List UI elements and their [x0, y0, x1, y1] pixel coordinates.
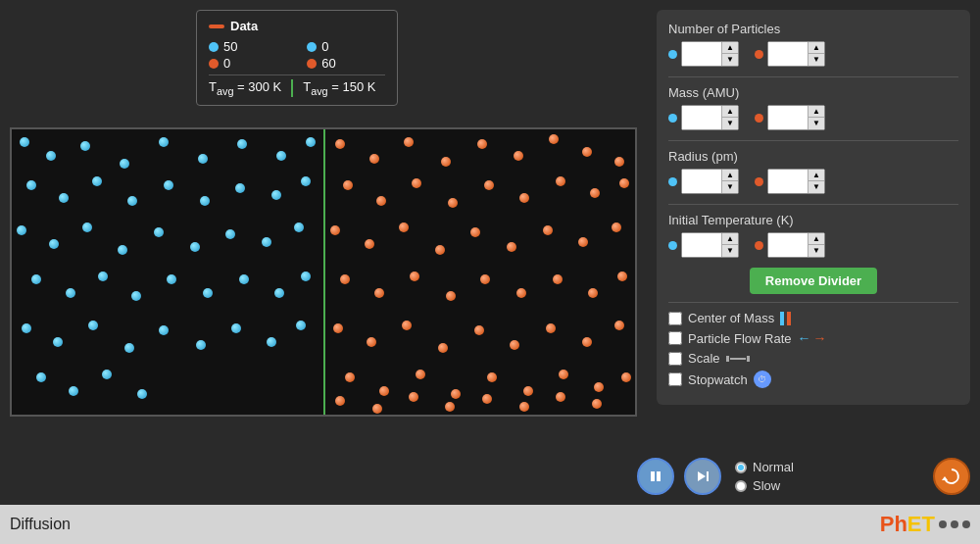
orange-mass-up[interactable]: ▲ — [808, 106, 824, 118]
orange-radius-up[interactable]: ▲ — [808, 170, 824, 181]
right-panel: Number of Particles 50 ▲ ▼ 60 ▲ — [657, 10, 970, 405]
cyan-particles-input-wrap[interactable]: 50 ▲ ▼ — [681, 41, 739, 67]
orange-mass-spinner[interactable]: ▲ ▼ — [808, 106, 824, 129]
orange-temp-spinner[interactable]: ▲ ▼ — [808, 233, 824, 257]
orange-particle — [448, 198, 458, 208]
checkbox-section: Center of Mass Particle Flow Rate ← → Sc… — [668, 311, 958, 388]
orange-mass-down[interactable]: ▼ — [808, 118, 824, 129]
legend-temps: Tavg = 300 K Tavg = 150 K — [209, 74, 385, 97]
cyan-radius-up[interactable]: ▲ — [722, 170, 738, 181]
cyan-dot-right-icon — [307, 42, 317, 52]
phet-dot3-icon — [962, 520, 970, 528]
cyan-particle — [159, 325, 169, 335]
cyan-particle — [271, 190, 281, 200]
orange-mass-input-wrap[interactable]: 28 ▲ ▼ — [767, 105, 825, 130]
particle-flow-rate-checkbox[interactable] — [668, 331, 682, 345]
cyan-mass-down[interactable]: ▼ — [722, 118, 738, 129]
phet-dot2-icon — [951, 520, 958, 528]
speed-normal-radio[interactable] — [735, 462, 747, 473]
cyan-particles-input[interactable]: 50 — [682, 42, 721, 66]
orange-radius-spinner[interactable]: ▲ ▼ — [808, 170, 824, 193]
cyan-radius-down[interactable]: ▼ — [722, 181, 738, 193]
cyan-particle — [306, 137, 316, 147]
speed-normal-label: Normal — [753, 460, 794, 474]
orange-radius-down[interactable]: ▼ — [808, 181, 824, 193]
orange-particle — [446, 291, 456, 301]
cyan-particles-down[interactable]: ▼ — [722, 54, 738, 66]
speed-slow-radio[interactable] — [735, 480, 747, 492]
orange-particles-down[interactable]: ▼ — [808, 54, 824, 66]
cyan-particle — [31, 274, 41, 284]
speed-normal-option[interactable]: Normal — [735, 460, 794, 474]
orange-particle — [410, 272, 419, 281]
cyan-temp-group: 300 ▲ ▼ — [668, 232, 739, 258]
cyan-particle — [102, 370, 112, 379]
orange-temp-input[interactable]: 150 — [768, 233, 808, 257]
orange-particle — [404, 137, 414, 147]
center-of-mass-indicator — [780, 312, 791, 325]
cyan-mass-input[interactable]: 28 — [682, 106, 721, 129]
orange-dot-right-icon — [307, 59, 317, 69]
cyan-particles-spinner[interactable]: ▲ ▼ — [721, 42, 738, 66]
cyan-dot-icon — [209, 42, 219, 52]
cyan-particle — [276, 151, 286, 161]
cyan-mass-group: 28 ▲ ▼ — [668, 105, 739, 130]
orange-radius-input-wrap[interactable]: 125 ▲ ▼ — [767, 169, 825, 194]
orange-temp-group: 150 ▲ ▼ — [755, 232, 825, 258]
cyan-temp-input-wrap[interactable]: 300 ▲ ▼ — [681, 232, 739, 258]
cyan-particles-up[interactable]: ▲ — [722, 42, 738, 54]
cyan-particle — [296, 321, 306, 330]
orange-particle — [343, 180, 353, 190]
scale-checkbox[interactable] — [668, 352, 682, 366]
orange-particles-group: 60 ▲ ▼ — [755, 41, 825, 67]
svg-marker-4 — [942, 476, 948, 480]
cyan-radius-input[interactable]: 125 — [682, 170, 721, 193]
cyan-radius-spinner[interactable]: ▲ ▼ — [721, 170, 738, 193]
cyan-particle — [82, 223, 92, 232]
cyan-temp-dot-icon — [668, 241, 677, 250]
temp-row: 300 ▲ ▼ 150 ▲ ▼ — [668, 232, 958, 258]
scale-indicator-icon — [726, 356, 750, 362]
orange-particle — [556, 176, 565, 186]
cyan-particle — [235, 183, 245, 193]
orange-temp-up[interactable]: ▲ — [808, 233, 824, 245]
legend-cyan-right: 0 — [307, 39, 385, 54]
center-of-mass-checkbox[interactable] — [668, 312, 682, 325]
speed-slow-option[interactable]: Slow — [735, 478, 794, 493]
cyan-temp-down[interactable]: ▼ — [722, 245, 738, 257]
flow-arrows-icon: ← → — [797, 330, 826, 346]
remove-divider-button[interactable]: Remove Divider — [750, 268, 877, 294]
cyan-mass-spinner[interactable]: ▲ ▼ — [721, 106, 738, 129]
orange-particle — [621, 372, 631, 382]
orange-particle — [412, 178, 421, 188]
legend-grid: 50 0 0 60 — [209, 39, 385, 71]
orange-radius-input[interactable]: 125 — [768, 170, 808, 193]
orange-particles-input-wrap[interactable]: 60 ▲ ▼ — [767, 41, 825, 67]
cyan-radius-input-wrap[interactable]: 125 ▲ ▼ — [681, 169, 739, 194]
cyan-mass-up[interactable]: ▲ — [722, 106, 738, 118]
orange-particle — [578, 237, 588, 247]
orange-particles-up[interactable]: ▲ — [808, 42, 824, 54]
pause-button[interactable] — [637, 458, 674, 495]
diffusion-title: Diffusion — [10, 516, 71, 533]
cyan-temp-up[interactable]: ▲ — [722, 233, 738, 245]
cyan-particle — [17, 225, 26, 235]
orange-particle — [477, 139, 487, 149]
stopwatch-checkbox[interactable] — [668, 372, 682, 386]
cyan-particle — [294, 223, 304, 232]
cyan-particle — [124, 343, 134, 353]
particle-flow-rate-row: Particle Flow Rate ← → — [668, 330, 958, 346]
step-button[interactable] — [684, 458, 721, 495]
orange-particles-input[interactable]: 60 — [768, 42, 808, 66]
cyan-temp-input[interactable]: 300 — [682, 233, 721, 257]
refresh-button[interactable] — [933, 458, 970, 495]
cyan-particle — [167, 274, 176, 284]
orange-temp-input-wrap[interactable]: 150 ▲ ▼ — [767, 232, 825, 258]
orange-temp-down[interactable]: ▼ — [808, 245, 824, 257]
orange-particle — [619, 178, 629, 188]
cyan-mass-input-wrap[interactable]: 28 ▲ ▼ — [681, 105, 739, 130]
cyan-temp-spinner[interactable]: ▲ ▼ — [721, 233, 738, 257]
orange-mass-input[interactable]: 28 — [768, 106, 808, 129]
cyan-particle — [203, 288, 213, 298]
orange-particles-spinner[interactable]: ▲ ▼ — [808, 42, 824, 66]
